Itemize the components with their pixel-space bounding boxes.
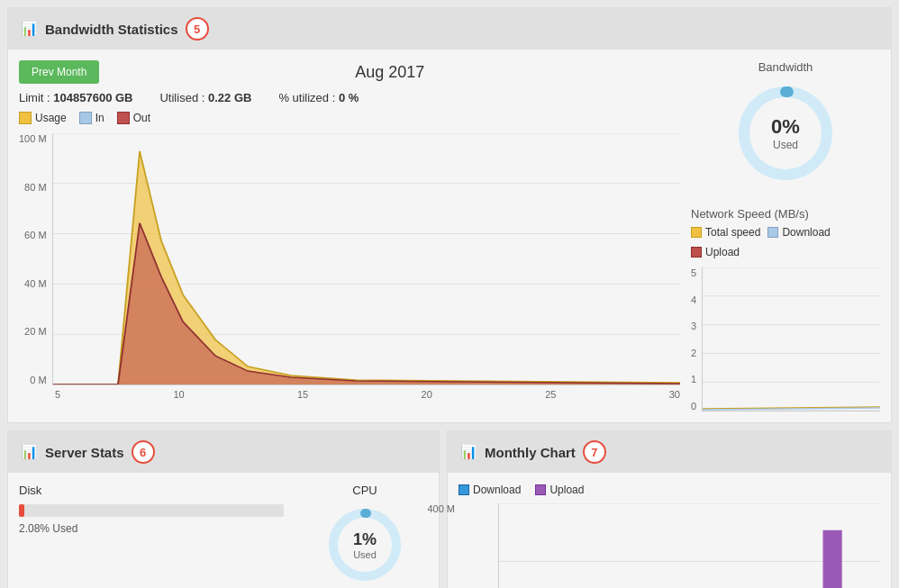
percent-stat: % utilized : 0 % [278, 91, 359, 104]
donut-percent: 0% [771, 115, 800, 139]
chart-stats: Limit : 104857600 GB Utilised : 0.22 GB … [19, 91, 680, 104]
monthly-legend: Download Upload [459, 484, 880, 496]
legend-in: In [79, 112, 104, 124]
speed-legend: Total speed Download Upload [691, 226, 880, 258]
main-chart-area: Prev Month Aug 2017 Limit : 104857600 GB… [19, 60, 680, 412]
bandwidth-right-panel: Bandwidth 0% Used Network Speed (MB/s) [691, 60, 880, 412]
disk-bar-container [19, 504, 284, 517]
bandwidth-panel-header: 📊 Bandwidth Statistics 5 [8, 8, 891, 50]
limit-stat: Limit : 104857600 GB [19, 91, 132, 104]
cpu-section: CPU 1% Used [302, 484, 428, 585]
monthly-download-box [459, 484, 469, 495]
disk-used: 2.08% Used [19, 522, 284, 535]
legend-out-box [117, 112, 130, 124]
legend-in-label: In [95, 112, 104, 124]
legend-usage-box [19, 112, 32, 124]
speed-download-label: Download [782, 226, 830, 239]
bandwidth-donut-section: Bandwidth 0% Used [691, 60, 880, 187]
bandwidth-panel-title: Bandwidth Statistics [45, 22, 178, 37]
legend-out-label: Out [133, 112, 150, 124]
bandwidth-label: Bandwidth [758, 60, 813, 74]
badge-7: 7 [583, 440, 606, 464]
y-axis: 100 M 80 M 60 M 40 M 20 M 0 M [19, 133, 52, 385]
badge-6: 6 [132, 440, 155, 464]
monthly-upload-box [535, 484, 546, 495]
bottom-panels: 📊 Server Stats 6 Disk 2.08% Used CPU [7, 430, 892, 588]
server-stats-header: 📊 Server Stats 6 [8, 431, 439, 473]
bandwidth-statistics-panel: 📊 Bandwidth Statistics 5 Prev Month Aug … [7, 7, 892, 423]
monthly-chart-icon: 📊 [460, 444, 477, 460]
server-stats-panel: 📊 Server Stats 6 Disk 2.08% Used CPU [7, 430, 440, 588]
chart-canvas [52, 133, 680, 385]
speed-canvas [702, 267, 880, 412]
bandwidth-donut: 0% Used [731, 79, 840, 187]
network-speed-title: Network Speed (MB/s) [691, 207, 880, 221]
speed-legend-download: Download [767, 226, 830, 239]
disk-bar-fill [19, 504, 24, 517]
cpu-label: CPU [352, 484, 377, 497]
disk-section: Disk 2.08% Used [19, 484, 284, 585]
upload-bar [823, 530, 842, 588]
chart-title: Aug 2017 [99, 63, 680, 82]
monthly-legend-upload: Upload [535, 484, 584, 496]
server-chart-icon: 📊 [21, 444, 38, 460]
prev-month-button[interactable]: Prev Month [19, 60, 99, 84]
donut-center: 0% Used [771, 115, 800, 151]
cpu-percent: 1% [353, 530, 377, 549]
monthly-chart-wrapper: 400 M 350 M [459, 503, 880, 588]
chart-svg [53, 133, 680, 384]
speed-y-axis: 5 4 3 2 1 0 [691, 267, 696, 412]
monthly-chart-title: Monthly Chart [485, 445, 576, 460]
monthly-y-labels: 400 M 350 M [421, 503, 455, 588]
speed-download-box [767, 227, 778, 238]
legend-usage: Usage [19, 112, 67, 124]
bar-chart-icon: 📊 [21, 21, 38, 37]
legend-in-box [79, 112, 92, 124]
speed-legend-total: Total speed [691, 226, 760, 239]
badge-5: 5 [186, 17, 209, 41]
in-area [53, 223, 680, 384]
monthly-svg [499, 503, 880, 588]
chart-controls: Prev Month Aug 2017 [19, 60, 680, 84]
bandwidth-panel-body: Prev Month Aug 2017 Limit : 104857600 GB… [8, 50, 891, 422]
monthly-chart-area [498, 503, 880, 588]
speed-upload-box [691, 247, 702, 258]
chart-legend: Usage In Out [19, 112, 680, 124]
cpu-donut: 1% Used [324, 504, 405, 585]
donut-label: Used [771, 139, 800, 151]
speed-chart: 5 4 3 2 1 0 [691, 267, 880, 412]
speed-svg [703, 267, 880, 411]
monthly-body: Download Upload 400 M 350 M [448, 473, 891, 588]
speed-legend-upload: Upload [691, 246, 740, 258]
cpu-center: 1% Used [353, 530, 377, 560]
utilised-stat: Utilised : 0.22 GB [159, 91, 251, 104]
legend-out: Out [117, 112, 150, 124]
server-stats-title: Server Stats [45, 445, 124, 460]
monthly-download-label: Download [473, 484, 521, 496]
monthly-chart-header: 📊 Monthly Chart 7 [448, 431, 891, 473]
monthly-chart-panel: 📊 Monthly Chart 7 Download Upload [447, 430, 892, 588]
x-axis-labels: 5 10 15 20 25 30 [19, 389, 680, 400]
speed-total-box [691, 227, 702, 238]
cpu-used-label: Used [353, 549, 377, 560]
speed-total-label: Total speed [705, 226, 760, 239]
network-speed-section: Network Speed (MB/s) Total speed Downloa… [691, 207, 880, 412]
legend-usage-label: Usage [35, 112, 67, 124]
disk-label: Disk [19, 484, 284, 497]
server-body: Disk 2.08% Used CPU 1% [8, 473, 439, 588]
speed-upload-label: Upload [705, 246, 740, 258]
main-chart: 100 M 80 M 60 M 40 M 20 M 0 M [19, 133, 680, 385]
monthly-upload-label: Upload [549, 484, 584, 496]
monthly-legend-download: Download [459, 484, 521, 496]
